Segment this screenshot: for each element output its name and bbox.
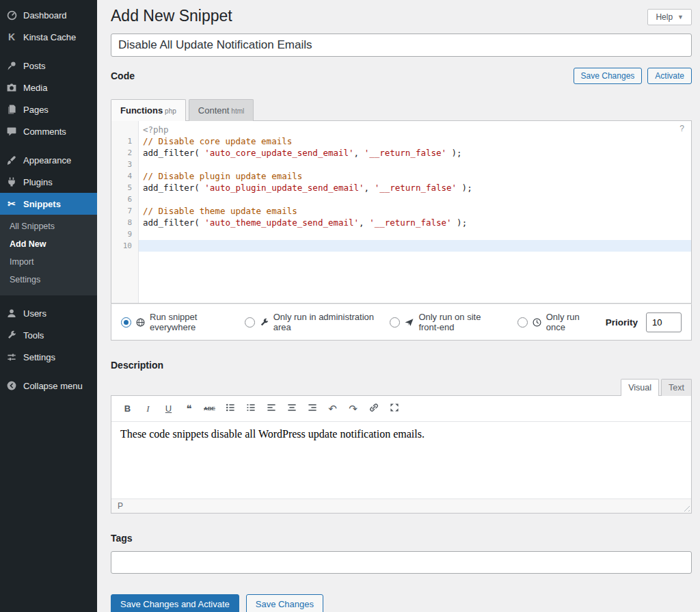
- tab-content-html[interactable]: Contenthtml: [189, 99, 254, 121]
- gutter-row: [111, 124, 138, 135]
- gutter-line-number: 1: [111, 135, 138, 147]
- scissors-icon: ✂: [5, 198, 18, 210]
- scope-option-label: Only run in administration area: [273, 312, 375, 332]
- sidebar-item-kinsta-cache[interactable]: K Kinsta Cache: [0, 26, 97, 48]
- scope-option-everywhere[interactable]: Run snippet everywhere: [121, 312, 230, 332]
- scope-option-run-once[interactable]: Only run once: [517, 312, 591, 332]
- code-line[interactable]: add_filter( 'auto_plugin_update_send_ema…: [139, 182, 691, 194]
- radio-admin-area[interactable]: [245, 317, 255, 328]
- code-line[interactable]: add_filter( 'auto_theme_update_send_emai…: [139, 217, 691, 228]
- priority-group: Priority: [606, 312, 682, 332]
- align-left-button[interactable]: [262, 400, 280, 417]
- tags-input[interactable]: [111, 551, 692, 574]
- gutter-line-number: 10: [111, 240, 138, 252]
- sidebar-item-settings[interactable]: Settings: [0, 346, 97, 368]
- sidebar-separator: [0, 142, 97, 149]
- dashboard-icon: [5, 9, 18, 21]
- code-token-plain: );: [457, 183, 472, 193]
- sidebar-item-posts[interactable]: Posts: [0, 55, 97, 77]
- scope-option-admin-area[interactable]: Only run in administration area: [245, 312, 375, 332]
- radio-front-end[interactable]: [390, 317, 400, 328]
- code-line[interactable]: [139, 159, 691, 170]
- tab-functions-php[interactable]: Functionsphp: [111, 99, 186, 121]
- snippet-title-input[interactable]: [111, 34, 692, 57]
- bold-button[interactable]: B: [118, 400, 137, 417]
- scope-option-label: Only run once: [546, 312, 591, 332]
- blockquote-button[interactable]: ❝: [180, 400, 198, 417]
- sidebar-collapse-menu[interactable]: Collapse menu: [0, 375, 97, 397]
- send-icon: [404, 317, 414, 328]
- code-token-comment: // Disable core update emails: [143, 136, 292, 146]
- numbered-list-button[interactable]: [241, 400, 260, 417]
- activate-button[interactable]: Activate: [647, 68, 692, 84]
- editor-help-mark[interactable]: ?: [679, 124, 684, 133]
- code-line[interactable]: add_filter( 'auto_core_update_send_email…: [139, 147, 691, 159]
- align-center-button[interactable]: [282, 400, 301, 417]
- code-line[interactable]: // Disable core update emails: [139, 135, 691, 147]
- redo-button[interactable]: ↷: [344, 400, 362, 417]
- page-title: Add New Snippet: [111, 7, 692, 25]
- strikethrough-button[interactable]: ABE: [200, 400, 219, 417]
- fullscreen-button[interactable]: [385, 400, 403, 417]
- sidebar-item-users[interactable]: Users: [0, 302, 97, 324]
- save-changes-button-bottom[interactable]: Save Changes: [246, 594, 323, 612]
- sidebar-item-tools[interactable]: Tools: [0, 324, 97, 346]
- fullscreen-icon: [389, 402, 400, 415]
- snippets-submenu: All Snippets Add New Import Settings: [0, 215, 97, 295]
- globe-icon: [135, 317, 146, 328]
- help-button[interactable]: Help ▼: [647, 9, 692, 25]
- code-actions: Save Changes Activate: [574, 68, 692, 84]
- sidebar-item-appearance[interactable]: Appearance: [0, 149, 97, 171]
- sidebar-item-label: Posts: [23, 61, 46, 71]
- sidebar-item-pages[interactable]: Pages: [0, 98, 97, 120]
- code-token-plain: add_filter(: [143, 183, 204, 193]
- scope-option-front-end[interactable]: Only run on site front-end: [390, 312, 502, 332]
- submenu-item-add-new[interactable]: Add New: [0, 235, 97, 253]
- description-content[interactable]: These code snippets disable all WordPres…: [111, 422, 691, 498]
- sidebar-separator: [0, 295, 97, 302]
- tab-visual[interactable]: Visual: [621, 379, 659, 396]
- wrench-icon: [5, 329, 18, 341]
- tab-sublabel: php: [165, 107, 176, 115]
- italic-icon: I: [146, 403, 149, 414]
- sidebar-separator: [0, 368, 97, 375]
- bold-icon: B: [124, 403, 131, 414]
- sidebar-item-label: Settings: [23, 352, 55, 362]
- save-changes-button-top[interactable]: Save Changes: [574, 68, 643, 84]
- tab-text[interactable]: Text: [661, 379, 692, 396]
- code-line[interactable]: // Disable theme update emails: [139, 205, 691, 217]
- save-changes-activate-button[interactable]: Save Changes and Activate: [111, 594, 239, 612]
- priority-input[interactable]: [646, 312, 682, 332]
- link-button[interactable]: [364, 400, 383, 417]
- sidebar-item-plugins[interactable]: Plugins: [0, 171, 97, 193]
- sidebar-item-snippets[interactable]: ✂ Snippets: [0, 193, 97, 215]
- gutter-line-number: 8: [111, 217, 138, 228]
- italic-button[interactable]: I: [139, 400, 157, 417]
- editor-toolbar: B I U ❝ ABE ↶: [111, 396, 691, 422]
- sidebar-item-media[interactable]: Media: [0, 77, 97, 98]
- code-token-comment: // Disable theme update emails: [143, 206, 297, 216]
- sidebar-item-comments[interactable]: Comments: [0, 120, 97, 142]
- radio-run-once[interactable]: [517, 317, 528, 328]
- resize-handle[interactable]: [682, 503, 690, 511]
- code-line[interactable]: [139, 228, 691, 240]
- submenu-item-all-snippets[interactable]: All Snippets: [0, 217, 97, 235]
- undo-button[interactable]: ↶: [323, 400, 342, 417]
- code-line[interactable]: [139, 240, 691, 252]
- bullet-list-button[interactable]: [221, 400, 239, 417]
- editor-code[interactable]: <?php // Disable core update emailsadd_f…: [139, 121, 691, 303]
- gutter-line-number: 9: [111, 228, 138, 240]
- sidebar-item-label: Collapse menu: [23, 381, 83, 391]
- clock-icon: [532, 317, 542, 328]
- gutter-line-number: 3: [111, 159, 138, 170]
- align-left-icon: [266, 402, 277, 415]
- link-icon: [368, 402, 379, 415]
- radio-run-everywhere[interactable]: [121, 317, 131, 328]
- code-line[interactable]: [139, 194, 691, 205]
- align-right-button[interactable]: [303, 400, 321, 417]
- code-line[interactable]: // Disable plugin update emails: [139, 170, 691, 182]
- sidebar-item-dashboard[interactable]: Dashboard: [0, 4, 97, 26]
- underline-button[interactable]: U: [159, 400, 178, 417]
- submenu-item-import[interactable]: Import: [0, 253, 97, 271]
- submenu-item-settings[interactable]: Settings: [0, 271, 97, 289]
